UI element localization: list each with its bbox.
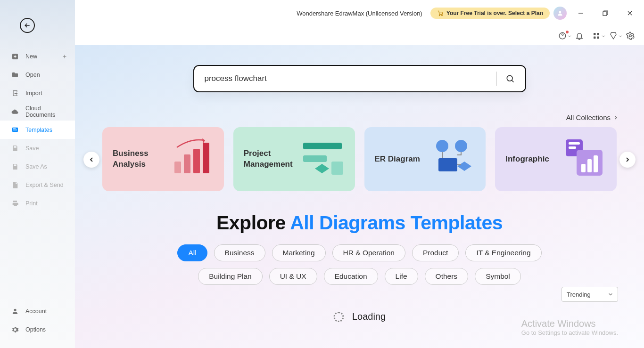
account-icon: [11, 308, 19, 315]
filter-pill-hr-operation[interactable]: HR & Operation: [332, 244, 405, 261]
svg-point-14: [629, 35, 632, 37]
window-title: Wondershare EdrawMax (Unlicensed Version…: [297, 10, 422, 17]
settings-button[interactable]: [626, 32, 635, 40]
sidebar-item-templates[interactable]: Templates: [0, 121, 75, 139]
svg-point-24: [436, 140, 448, 152]
sidebar-item-open[interactable]: Open: [0, 65, 75, 84]
sidebar-item-print: Print: [0, 194, 75, 212]
notification-dot-icon: [566, 31, 569, 33]
plus-icon[interactable]: [62, 54, 67, 59]
sidebar-bottom: Account Options: [0, 302, 75, 348]
card-title: ER Diagram: [375, 154, 436, 165]
main-content: All Collections Business Analysis Projec…: [75, 45, 644, 348]
svg-rect-1: [12, 127, 18, 131]
svg-point-25: [455, 140, 467, 152]
svg-rect-16: [174, 162, 181, 173]
sidebar-item-import[interactable]: Import: [0, 84, 75, 102]
card-title: Business Analysis: [113, 148, 174, 170]
filter-pill-building-plan[interactable]: Building Plan: [198, 268, 262, 285]
sidebar-item-cloud[interactable]: Cloud Documents: [0, 102, 75, 121]
sidebar-item-label: Save: [25, 145, 39, 152]
print-icon: [11, 200, 19, 207]
svg-rect-33: [587, 159, 592, 172]
category-cards: Business Analysis Project Management ER …: [75, 127, 644, 192]
maximize-button[interactable]: [595, 7, 616, 20]
sidebar-item-save: Save: [0, 139, 75, 157]
cart-icon: [437, 10, 444, 16]
cloud-icon: [11, 108, 19, 115]
filter-pill-others[interactable]: Others: [425, 268, 469, 285]
theme-button[interactable]: [609, 32, 618, 40]
svg-rect-2: [13, 128, 16, 129]
sidebar-item-label: New: [25, 53, 37, 60]
sidebar-item-label: Print: [25, 200, 38, 207]
help-button[interactable]: [558, 32, 567, 40]
trial-banner[interactable]: Your Free Trial is over. Select a Plan: [430, 8, 550, 19]
templates-icon: [11, 126, 19, 134]
svg-point-4: [14, 308, 16, 311]
search-button[interactable]: [505, 74, 515, 83]
sidebar-item-label: Open: [25, 72, 40, 78]
user-icon: [557, 10, 563, 16]
folder-icon: [11, 71, 19, 79]
filter-pill-life[interactable]: Life: [385, 268, 418, 285]
windows-watermark: Activate Windows Go to Settings to activ…: [521, 318, 618, 336]
card-infographic[interactable]: Infographic: [495, 127, 617, 191]
card-er-diagram[interactable]: ER Diagram: [364, 127, 486, 191]
chevron-down-icon: [608, 292, 613, 297]
apps-button[interactable]: [592, 32, 601, 40]
avatar[interactable]: [553, 7, 567, 20]
search-input[interactable]: [205, 74, 488, 83]
all-collections-link[interactable]: All Collections: [566, 113, 618, 121]
sort-select[interactable]: Trending: [561, 287, 618, 302]
filter-pills: All Business Marketing HR & Operation Pr…: [75, 244, 644, 285]
svg-rect-12: [594, 37, 596, 39]
sidebar: New Open Import Cloud Documents Template…: [0, 0, 75, 348]
import-icon: [11, 89, 19, 97]
svg-rect-8: [603, 12, 607, 16]
bell-button[interactable]: [575, 32, 584, 40]
svg-rect-3: [13, 129, 17, 130]
save-as-icon: [11, 163, 19, 170]
card-project-management[interactable]: Project Management: [233, 127, 355, 191]
export-icon: [11, 181, 19, 189]
svg-rect-21: [303, 155, 327, 162]
secondary-toolbar: [75, 26, 644, 45]
svg-point-6: [441, 15, 442, 16]
arrow-left-icon: [24, 22, 31, 29]
filter-pill-product[interactable]: Product: [412, 244, 459, 261]
spinner-icon: [333, 312, 344, 322]
back-button[interactable]: [20, 18, 35, 33]
filter-pill-marketing[interactable]: Marketing: [272, 244, 326, 261]
filter-pill-ui-ux[interactable]: UI & UX: [269, 268, 317, 285]
close-button[interactable]: [619, 7, 640, 20]
sidebar-item-options[interactable]: Options: [0, 320, 75, 339]
chevron-down-icon: [619, 34, 622, 38]
svg-point-7: [559, 11, 561, 13]
svg-rect-10: [594, 33, 596, 35]
filter-pill-business[interactable]: Business: [214, 244, 265, 261]
filter-pill-it-engineering[interactable]: IT & Engineering: [465, 244, 541, 261]
cards-next-button[interactable]: [619, 152, 636, 168]
filter-pill-education[interactable]: Education: [324, 268, 378, 285]
sidebar-item-new[interactable]: New: [0, 47, 75, 65]
cards-prev-button[interactable]: [83, 152, 99, 168]
er-diagram-icon: [429, 134, 476, 185]
chevron-right-icon: [613, 115, 618, 120]
filter-pill-all[interactable]: All: [177, 244, 207, 261]
minimize-button[interactable]: [570, 7, 591, 20]
sidebar-item-label: Options: [25, 326, 46, 333]
card-business-analysis[interactable]: Business Analysis: [102, 127, 224, 191]
svg-rect-29: [569, 142, 580, 145]
chart-icon: [167, 134, 215, 185]
svg-point-15: [507, 75, 512, 81]
svg-rect-13: [597, 37, 600, 39]
filter-pill-symbol[interactable]: Symbol: [475, 268, 521, 285]
gantt-icon: [298, 134, 346, 185]
sidebar-item-label: Save As: [25, 163, 47, 170]
search-icon: [505, 74, 515, 83]
sidebar-item-account[interactable]: Account: [0, 302, 75, 320]
svg-rect-30: [569, 146, 576, 149]
loading-indicator: Loading: [333, 311, 386, 322]
chevron-left-icon: [89, 157, 94, 162]
